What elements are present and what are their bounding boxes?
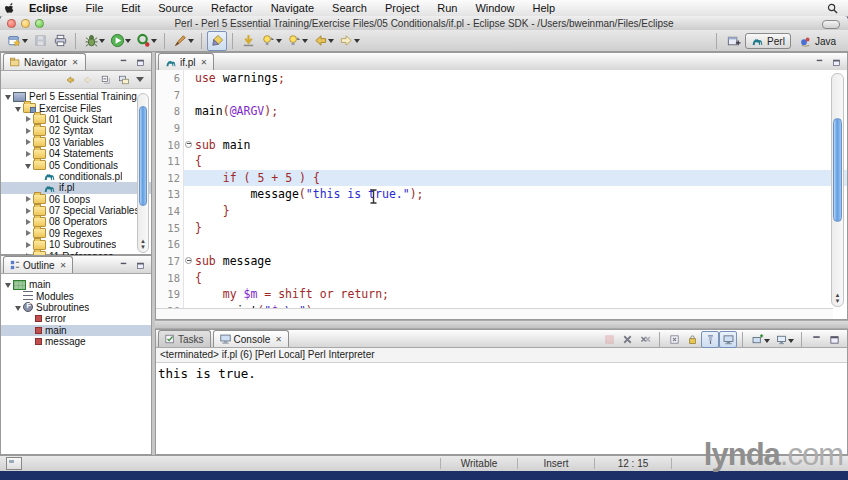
code-line-11[interactable]: 11{ bbox=[156, 153, 847, 170]
run-external-button[interactable] bbox=[133, 31, 153, 51]
code-line-6[interactable]: 6use warnings; bbox=[156, 70, 847, 87]
dropdown-arrow-icon[interactable] bbox=[764, 339, 770, 343]
minimize-view-button[interactable] bbox=[812, 55, 827, 69]
twisty-expanded-icon[interactable] bbox=[14, 104, 23, 113]
collapse-all-button[interactable] bbox=[97, 71, 115, 88]
navigator-item-10-subroutines[interactable]: 10 Subroutines bbox=[1, 239, 151, 250]
outline-tab[interactable]: Outline ✕ bbox=[3, 256, 73, 273]
twisty-collapsed-icon[interactable] bbox=[24, 138, 33, 147]
clear-console-button[interactable] bbox=[665, 331, 683, 348]
navigator-scrollbar-thumb[interactable] bbox=[139, 106, 147, 206]
perspective-perl-button[interactable]: Perl bbox=[745, 33, 791, 49]
dropdown-arrow-icon[interactable] bbox=[276, 39, 282, 43]
menu-navigate[interactable]: Navigate bbox=[262, 1, 323, 16]
menu-edit[interactable]: Edit bbox=[112, 1, 149, 16]
code-line-14[interactable]: 14 } bbox=[156, 203, 847, 220]
maximize-view-button[interactable] bbox=[825, 331, 843, 348]
menu-run[interactable]: Run bbox=[428, 1, 466, 16]
outline-item-main[interactable]: main bbox=[1, 325, 151, 336]
outline-item-error[interactable]: error bbox=[1, 313, 151, 324]
fold-collapse-icon[interactable] bbox=[184, 137, 195, 154]
format-source-button[interactable] bbox=[170, 31, 190, 51]
menu-refactor[interactable]: Refactor bbox=[202, 1, 262, 16]
menu-eclipse[interactable]: Eclipse bbox=[20, 1, 77, 16]
horizontal-sash[interactable] bbox=[155, 320, 848, 329]
twisty-expanded-icon[interactable] bbox=[4, 280, 13, 289]
tasks-tab[interactable]: Tasks bbox=[158, 330, 211, 347]
code-line-10[interactable]: 10sub main bbox=[156, 137, 847, 154]
navigator-item-07-special-variables[interactable]: 07 Special Variables bbox=[1, 205, 151, 216]
previous-annotation-button[interactable] bbox=[284, 31, 304, 51]
menu-project[interactable]: Project bbox=[376, 1, 428, 16]
print-button[interactable] bbox=[50, 31, 70, 51]
close-view-icon[interactable]: ✕ bbox=[275, 335, 282, 344]
dropdown-arrow-icon[interactable] bbox=[99, 39, 105, 43]
navigator-item-09-regexes[interactable]: 09 Regexes bbox=[1, 228, 151, 239]
dropdown-arrow-icon[interactable] bbox=[188, 39, 194, 43]
twisty-expanded-icon[interactable] bbox=[4, 92, 13, 101]
run-button[interactable] bbox=[107, 31, 127, 51]
menu-window[interactable]: Window bbox=[466, 1, 523, 16]
twisty-expanded-icon[interactable] bbox=[14, 303, 23, 312]
navigator-item-04-statements[interactable]: 04 Statements bbox=[1, 148, 151, 159]
new-button[interactable] bbox=[4, 31, 24, 51]
menu-help[interactable]: Help bbox=[524, 1, 565, 16]
display-selected-console-button[interactable] bbox=[772, 331, 790, 348]
navigator-item-06-loops[interactable]: 06 Loops bbox=[1, 194, 151, 205]
remove-launch-button[interactable] bbox=[618, 331, 636, 348]
fast-view-icon[interactable] bbox=[6, 457, 22, 470]
navigator-item-08-operators[interactable]: 08 Operators bbox=[1, 216, 151, 227]
menu-search[interactable]: Search bbox=[323, 1, 376, 16]
fold-collapse-icon[interactable] bbox=[184, 253, 195, 270]
debug-button[interactable] bbox=[81, 31, 101, 51]
navigator-item-if-pl[interactable]: if.pl bbox=[1, 182, 151, 193]
navigator-scroll-arrows[interactable]: ▲▼ bbox=[138, 238, 148, 250]
minimize-window-button[interactable] bbox=[21, 19, 30, 28]
navigator-item-03-variables[interactable]: 03 Variables bbox=[1, 137, 151, 148]
navigator-item-05-conditionals[interactable]: 05 Conditionals bbox=[1, 159, 151, 170]
dropdown-arrow-icon[interactable] bbox=[125, 39, 131, 43]
twisty-collapsed-icon[interactable] bbox=[24, 229, 33, 238]
navigator-tab[interactable]: Navigator ✕ bbox=[3, 53, 86, 70]
editor-horizontal-scrollbar[interactable] bbox=[156, 308, 833, 319]
close-editor-icon[interactable]: ✕ bbox=[201, 58, 208, 67]
apple-menu-icon[interactable] bbox=[0, 2, 20, 14]
dropdown-arrow-icon[interactable] bbox=[22, 39, 28, 43]
scroll-lock-button[interactable] bbox=[683, 331, 701, 348]
code-line-18[interactable]: 18{ bbox=[156, 270, 847, 287]
dropdown-arrow-icon[interactable] bbox=[788, 339, 794, 343]
code-line-15[interactable]: 15} bbox=[156, 220, 847, 237]
spotlight-button[interactable] bbox=[827, 3, 848, 14]
menu-source[interactable]: Source bbox=[149, 1, 202, 16]
code-line-7[interactable]: 7 bbox=[156, 87, 847, 104]
nav-back-button[interactable] bbox=[61, 71, 79, 88]
code-line-12[interactable]: 12 if ( 5 + 5 ) { bbox=[156, 170, 847, 187]
twisty-collapsed-icon[interactable] bbox=[24, 206, 33, 215]
dropdown-arrow-icon[interactable] bbox=[354, 39, 360, 43]
close-window-button[interactable] bbox=[7, 19, 16, 28]
twisty-collapsed-icon[interactable] bbox=[24, 149, 33, 158]
close-view-icon[interactable]: ✕ bbox=[60, 261, 67, 270]
twisty-collapsed-icon[interactable] bbox=[24, 115, 33, 124]
twisty-collapsed-icon[interactable] bbox=[24, 217, 33, 226]
code-line-17[interactable]: 17sub message bbox=[156, 253, 847, 270]
navigator-scrollbar[interactable]: ▲▼ bbox=[137, 93, 149, 253]
outline-item-main[interactable]: main bbox=[1, 279, 151, 290]
open-console-button[interactable] bbox=[748, 331, 766, 348]
minimize-view-button[interactable] bbox=[116, 258, 131, 272]
code-line-19[interactable]: 19 my $m = shift or return; bbox=[156, 286, 847, 303]
zoom-window-button[interactable] bbox=[35, 19, 44, 28]
twisty-expanded-icon[interactable] bbox=[24, 161, 33, 170]
maximize-view-button[interactable] bbox=[829, 55, 844, 69]
code-line-9[interactable]: 9 bbox=[156, 120, 847, 137]
dropdown-arrow-icon[interactable] bbox=[328, 39, 334, 43]
perspective-java-button[interactable]: Java bbox=[793, 33, 842, 49]
toolbar-toggle-pill[interactable] bbox=[822, 20, 840, 29]
view-menu-icon[interactable] bbox=[136, 77, 144, 82]
link-with-editor-button[interactable] bbox=[115, 71, 133, 88]
maximize-view-button[interactable] bbox=[133, 258, 148, 272]
dropdown-arrow-icon[interactable] bbox=[151, 39, 157, 43]
code-line-13[interactable]: 13 message("this is true."); bbox=[156, 186, 847, 203]
twisty-collapsed-icon[interactable] bbox=[24, 195, 33, 204]
minimize-view-button[interactable] bbox=[807, 331, 825, 348]
